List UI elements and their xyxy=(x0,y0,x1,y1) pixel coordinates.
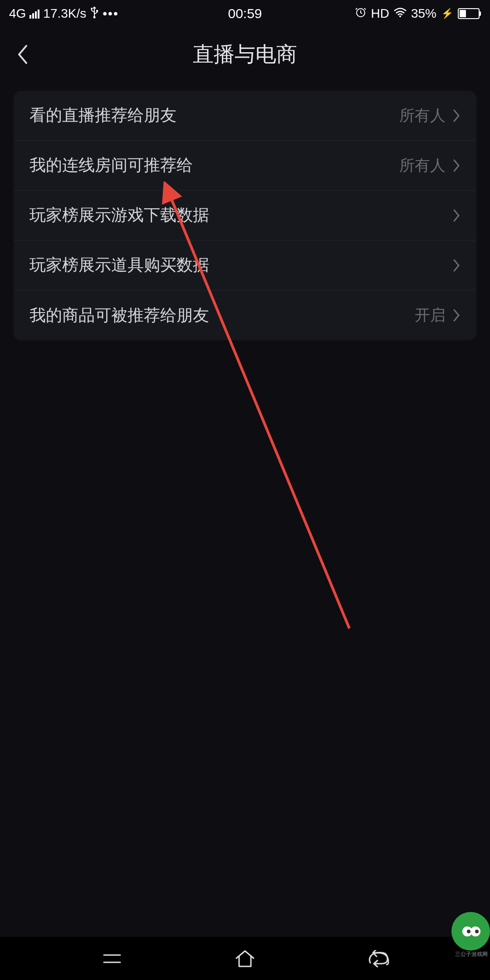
battery-percent: 35% xyxy=(411,6,436,21)
chevron-right-icon xyxy=(452,159,461,172)
setting-player-rank-purchase[interactable]: 玩家榜展示道具购买数据 xyxy=(14,240,476,290)
setting-label: 玩家榜展示道具购买数据 xyxy=(29,254,209,276)
page-title: 直播与电商 xyxy=(14,40,476,69)
watermark-text: 三公子游戏网 xyxy=(455,951,488,958)
usb-icon xyxy=(90,6,99,22)
chevron-right-icon xyxy=(452,209,461,222)
setting-label: 我的连线房间可推荐给 xyxy=(29,154,193,176)
battery-icon xyxy=(458,8,481,19)
svg-point-12 xyxy=(475,930,479,933)
svg-point-11 xyxy=(467,930,470,933)
wifi-icon xyxy=(394,6,407,21)
more-icon: ••• xyxy=(103,6,118,21)
setting-value: 开启 xyxy=(415,305,446,326)
svg-point-0 xyxy=(93,16,96,18)
status-time: 00:59 xyxy=(228,6,262,21)
hd-label: HD xyxy=(371,6,389,21)
menu-icon xyxy=(101,951,123,966)
setting-label: 玩家榜展示游戏下载数据 xyxy=(29,204,209,226)
back-icon xyxy=(367,950,389,967)
back-button[interactable] xyxy=(14,45,32,64)
setting-value: 所有人 xyxy=(399,105,446,126)
network-speed: 17.3K/s xyxy=(43,6,86,21)
svg-rect-2 xyxy=(96,10,98,12)
svg-point-1 xyxy=(91,8,93,10)
settings-group: 看的直播推荐给朋友 所有人 我的连线房间可推荐给 所有人 玩家榜展示游戏下载数据… xyxy=(14,91,476,340)
setting-value: 所有人 xyxy=(399,155,446,176)
setting-recommend-live-to-friends[interactable]: 看的直播推荐给朋友 所有人 xyxy=(14,91,476,141)
setting-product-recommend[interactable]: 我的商品可被推荐给朋友 开启 xyxy=(14,290,476,340)
setting-player-rank-download[interactable]: 玩家榜展示游戏下载数据 xyxy=(14,191,476,240)
status-right: HD 35% ⚡ xyxy=(355,6,481,21)
setting-label: 看的直播推荐给朋友 xyxy=(29,104,176,127)
chevron-right-icon xyxy=(452,259,461,272)
setting-label: 我的商品可被推荐给朋友 xyxy=(29,304,209,327)
watermark-logo xyxy=(451,912,490,951)
svg-point-4 xyxy=(399,15,401,17)
status-bar: 4G 17.3K/s ••• 00:59 HD xyxy=(0,0,490,27)
alarm-icon xyxy=(355,6,367,21)
nav-recent-button[interactable] xyxy=(98,945,126,972)
page-header: 直播与电商 xyxy=(0,27,490,82)
home-icon xyxy=(234,949,256,968)
setting-my-room-recommend[interactable]: 我的连线房间可推荐给 所有人 xyxy=(14,141,476,191)
charging-icon: ⚡ xyxy=(441,8,453,20)
nav-home-button[interactable] xyxy=(231,945,259,972)
chevron-left-icon xyxy=(16,44,29,65)
signal-icon xyxy=(29,9,39,19)
chevron-right-icon xyxy=(452,309,461,322)
status-left: 4G 17.3K/s ••• xyxy=(9,6,119,22)
android-nav-bar xyxy=(0,937,490,980)
nav-back-button[interactable] xyxy=(364,945,392,972)
chevron-right-icon xyxy=(452,109,461,122)
network-type: 4G xyxy=(9,6,26,21)
